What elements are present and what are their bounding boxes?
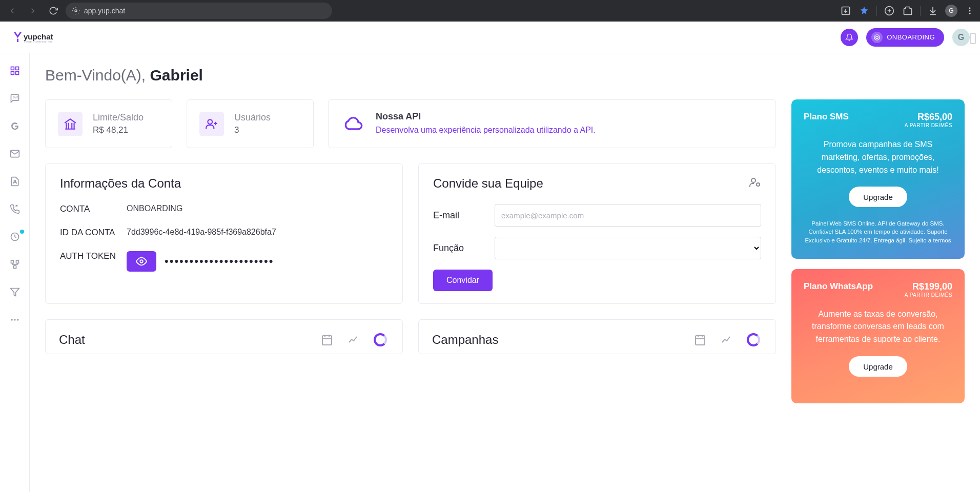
chat-chart-title: Chat bbox=[59, 333, 85, 347]
svg-point-25 bbox=[140, 260, 143, 263]
svg-rect-18 bbox=[11, 261, 13, 263]
browser-forward-button[interactable] bbox=[25, 3, 41, 19]
users-label: Usuários bbox=[234, 112, 271, 123]
page-title: Bem-Vindo(A), Gabriel bbox=[45, 67, 965, 84]
chat-chart-panel: Chat bbox=[45, 319, 403, 354]
sidebar-item-more[interactable] bbox=[9, 314, 21, 326]
sidebar: SMS bbox=[0, 53, 30, 492]
whatsapp-plan-period: A PARTIR DE/MÊS bbox=[905, 292, 952, 298]
onboarding-button[interactable]: ONBOARDING bbox=[866, 28, 944, 47]
cloud-icon bbox=[341, 112, 365, 136]
users-card[interactable]: Usuários 3 bbox=[187, 99, 314, 148]
user-gear-icon bbox=[749, 176, 761, 189]
contact-icon bbox=[10, 176, 20, 187]
api-card[interactable]: Nossa API Desenvolva uma experiência per… bbox=[328, 99, 776, 148]
campaigns-donut-chart-button[interactable] bbox=[745, 331, 762, 348]
install-app-icon[interactable] bbox=[840, 5, 852, 17]
sms-plan-price: R$65,00 bbox=[905, 112, 952, 122]
sms-plan-name: Plano SMS bbox=[804, 112, 849, 122]
donut-chart-icon bbox=[747, 333, 760, 346]
svg-point-21 bbox=[11, 319, 12, 320]
balance-card[interactable]: Limite/Saldo R$ 48,21 bbox=[45, 99, 172, 148]
site-settings-icon bbox=[72, 7, 80, 15]
account-label: CONTA bbox=[60, 204, 127, 214]
invite-title: Convide sua Equipe bbox=[433, 176, 543, 191]
flow-icon bbox=[10, 259, 20, 270]
sidebar-item-flows[interactable] bbox=[9, 258, 21, 271]
sms-plan-card: Plano SMS R$65,00 A PARTIR DE/MÊS Promov… bbox=[791, 99, 965, 259]
balance-label: Limite/Saldo bbox=[93, 112, 144, 123]
new-tab-icon[interactable] bbox=[883, 5, 895, 17]
chat-calendar-button[interactable] bbox=[318, 331, 336, 348]
campaigns-calendar-button[interactable] bbox=[691, 331, 709, 348]
status-dot-icon bbox=[20, 230, 24, 234]
line-chart-icon bbox=[721, 334, 733, 346]
svg-point-9 bbox=[876, 36, 879, 38]
email-field[interactable] bbox=[495, 204, 761, 227]
sidebar-item-dashboard[interactable] bbox=[9, 65, 21, 77]
browser-back-button[interactable] bbox=[4, 3, 21, 19]
browser-reload-button[interactable] bbox=[45, 3, 62, 19]
browser-menu-icon[interactable] bbox=[964, 5, 976, 17]
campaigns-chart-title: Campanhas bbox=[432, 333, 498, 347]
invite-button[interactable]: Convidar bbox=[433, 270, 493, 291]
sms-plan-description: Promova campanhas de SMS marketing, ofer… bbox=[804, 138, 952, 176]
welcome-prefix: Bem-Vindo(A), bbox=[45, 67, 150, 84]
eye-icon bbox=[136, 256, 147, 267]
sidebar-item-sms[interactable]: SMS bbox=[9, 92, 21, 105]
svg-rect-28 bbox=[322, 336, 332, 345]
svg-rect-12 bbox=[11, 72, 14, 75]
svg-point-0 bbox=[75, 10, 77, 12]
sidebar-item-status[interactable] bbox=[9, 231, 21, 243]
svg-rect-29 bbox=[696, 336, 705, 345]
account-info-panel: Informações da Conta CONTA ONBOARDING ID… bbox=[45, 163, 403, 304]
url-bar[interactable]: app.yup.chat bbox=[66, 3, 332, 19]
sidebar-item-google[interactable] bbox=[9, 120, 21, 132]
bank-icon bbox=[58, 112, 83, 136]
sidebar-item-filter[interactable] bbox=[9, 286, 21, 298]
notifications-button[interactable] bbox=[841, 29, 858, 46]
line-chart-icon bbox=[348, 334, 360, 346]
campaigns-line-chart-button[interactable] bbox=[718, 331, 736, 348]
welcome-name: Gabriel bbox=[150, 67, 203, 84]
whatsapp-plan-price: R$199,00 bbox=[905, 281, 952, 292]
api-description: Desenvolva uma experiência personalizada… bbox=[376, 124, 596, 136]
svg-text:yupchat: yupchat bbox=[24, 32, 53, 41]
account-id-value: 7dd3996c-4e8d-419a-985f-f369a826bfa7 bbox=[127, 228, 276, 238]
svg-point-3 bbox=[969, 7, 971, 9]
chat-line-chart-button[interactable] bbox=[345, 331, 362, 348]
target-icon bbox=[871, 32, 883, 43]
chat-donut-chart-button[interactable] bbox=[372, 331, 389, 348]
google-icon bbox=[10, 121, 19, 131]
svg-rect-11 bbox=[15, 67, 18, 70]
team-settings-button[interactable] bbox=[749, 176, 761, 189]
sms-icon: SMS bbox=[10, 93, 20, 104]
email-icon bbox=[10, 149, 20, 159]
sms-plan-period: A PARTIR DE/MÊS bbox=[905, 122, 952, 128]
sidebar-item-contacts[interactable] bbox=[9, 175, 21, 188]
extensions-icon[interactable] bbox=[902, 5, 914, 17]
svg-point-27 bbox=[757, 183, 760, 186]
whatsapp-plan-description: Aumente as taxas de conversão, transform… bbox=[804, 308, 952, 346]
profile-button[interactable]: G bbox=[945, 5, 957, 17]
whatsapp-plan-card: Plano WhatsApp R$199,00 A PARTIR DE/MÊS … bbox=[791, 269, 965, 403]
role-select[interactable] bbox=[495, 237, 761, 259]
reveal-token-button[interactable] bbox=[127, 251, 156, 272]
sidebar-item-email[interactable] bbox=[9, 148, 21, 160]
svg-rect-10 bbox=[11, 67, 14, 70]
sms-upgrade-button[interactable]: Upgrade bbox=[849, 187, 907, 207]
avatar[interactable]: G bbox=[952, 29, 970, 46]
bookmark-icon[interactable] bbox=[858, 5, 870, 17]
whatsapp-upgrade-button[interactable]: Upgrade bbox=[849, 356, 907, 377]
downloads-icon[interactable] bbox=[927, 5, 939, 17]
account-info-title: Informações da Conta bbox=[60, 176, 388, 191]
svg-point-22 bbox=[14, 319, 15, 320]
onboarding-label: ONBOARDING bbox=[887, 33, 935, 41]
logo[interactable]: yupchat BUSINESS COMMUNICATIONS bbox=[11, 27, 73, 48]
role-label: Função bbox=[433, 243, 495, 254]
auth-token-label: AUTH TOKEN bbox=[60, 251, 127, 272]
auth-token-mask: •••••••••••••••••••••• bbox=[165, 255, 274, 268]
sidebar-item-voice[interactable] bbox=[9, 203, 21, 215]
svg-text:SMS: SMS bbox=[12, 96, 18, 99]
calendar-icon bbox=[694, 334, 706, 346]
